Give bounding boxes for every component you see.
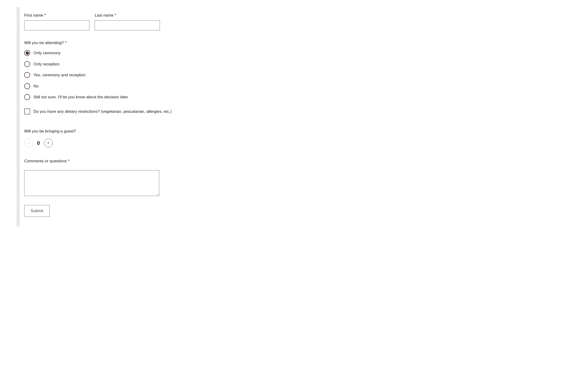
name-fields-row: First name * Last name * — [24, 12, 569, 30]
attending-radio-group: Only ceremony Only reception Yes, ceremo… — [24, 50, 569, 100]
rsvp-form: First name * Last name * Will you be att… — [24, 7, 569, 226]
form-sidebar-accent — [17, 7, 20, 226]
radio-not-sure[interactable]: Still not sure. I'll let you know about … — [24, 94, 569, 100]
radio-label: Yes, ceremony and reception — [33, 72, 86, 78]
radio-label: Only reception — [33, 61, 60, 67]
radio-icon — [24, 83, 30, 89]
stepper-plus-button[interactable]: + — [44, 139, 53, 147]
guest-question: Will you be bringing a guest? — [24, 128, 569, 134]
radio-no[interactable]: No — [24, 83, 569, 89]
submit-button[interactable]: Submit — [24, 205, 50, 217]
comments-section: Comments or questions * — [24, 158, 569, 198]
radio-icon — [24, 94, 30, 100]
guest-section: Will you be bringing a guest? - 0 + — [24, 128, 569, 147]
stepper-value: 0 — [37, 139, 40, 147]
radio-icon — [24, 61, 30, 67]
first-name-input[interactable] — [24, 20, 90, 30]
last-name-group: Last name * — [95, 12, 160, 30]
last-name-input[interactable] — [95, 20, 160, 30]
comments-textarea[interactable] — [24, 170, 159, 196]
radio-icon — [24, 50, 30, 56]
last-name-label: Last name * — [95, 12, 160, 18]
attending-section: Will you be attending? * Only ceremony O… — [24, 40, 569, 100]
radio-ceremony-and-reception[interactable]: Yes, ceremony and reception — [24, 72, 569, 78]
radio-label: Still not sure. I'll let you know about … — [33, 94, 128, 100]
first-name-group: First name * — [24, 12, 90, 30]
checkbox-icon — [24, 109, 30, 114]
radio-only-ceremony[interactable]: Only ceremony — [24, 50, 569, 56]
radio-only-reception[interactable]: Only reception — [24, 61, 569, 67]
stepper-minus-button[interactable]: - — [24, 139, 33, 147]
guest-stepper: - 0 + — [24, 139, 569, 147]
radio-label: Only ceremony — [33, 50, 60, 56]
first-name-label: First name * — [24, 12, 90, 18]
comments-label: Comments or questions * — [24, 158, 569, 164]
dietary-checkbox[interactable]: Do you have any dietary restrictions? (v… — [24, 109, 569, 115]
attending-question: Will you be attending? * — [24, 40, 569, 46]
radio-label: No — [33, 83, 39, 89]
dietary-label: Do you have any dietary restrictions? (v… — [33, 109, 172, 115]
radio-icon — [24, 72, 30, 78]
